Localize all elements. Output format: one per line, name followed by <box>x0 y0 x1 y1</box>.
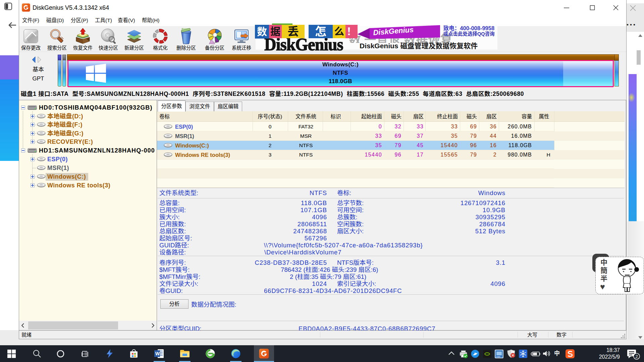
svg-text:2: 2 <box>636 354 638 359</box>
svg-text:intel: intel <box>496 356 500 358</box>
svg-text:W: W <box>155 351 160 356</box>
